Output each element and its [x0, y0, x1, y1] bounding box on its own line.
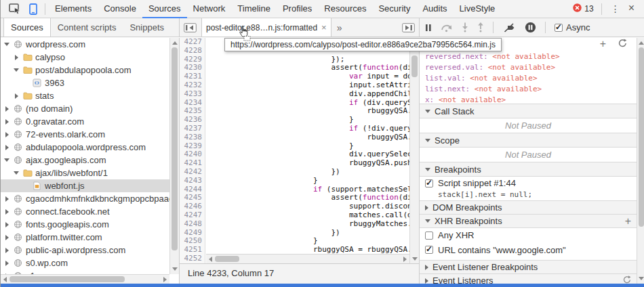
watch-item[interactable]: list.val: <not available> [425, 73, 637, 84]
tab-console[interactable]: Console [98, 0, 142, 18]
breakpoint-code[interactable]: stack[i].next = null; [420, 190, 637, 201]
line-number[interactable]: 4247 [180, 211, 205, 220]
code-line[interactable]: input.setAttribute [205, 81, 419, 90]
line-number[interactable]: 4243 [180, 177, 205, 185]
watch-item[interactable]: list.next: <not available> [425, 84, 637, 95]
section-call-stack[interactable]: Call Stack [420, 104, 637, 118]
expander-right-icon[interactable] [3, 145, 10, 150]
hide-navigator-icon[interactable] [182, 19, 198, 37]
line-number[interactable]: 4248 [180, 220, 205, 229]
code-lines[interactable]: }); assert(function(div) { var input = d… [205, 38, 419, 263]
xhr-url-checkbox[interactable] [425, 246, 433, 254]
code-line[interactable]: } [205, 177, 419, 185]
line-number[interactable]: 4252 [180, 255, 205, 263]
hide-debugger-sidebar-icon[interactable] [401, 19, 416, 37]
pause-on-exceptions-icon[interactable] [525, 22, 536, 33]
tab-audits[interactable]: Audits [416, 0, 453, 18]
section-event-listeners[interactable]: Event Listeners [420, 273, 637, 284]
tab-livestyle[interactable]: LiveStyle [454, 0, 502, 18]
inspect-element-icon[interactable] [5, 0, 25, 18]
async-checkbox[interactable] [555, 24, 563, 32]
code-line[interactable]: rbuggyQSA = rbuggyQSA.l [205, 246, 419, 255]
code-line[interactable]: if (!div.querySel [205, 125, 419, 133]
tree-item[interactable]: ajax/libs/webfont/1 [1, 167, 169, 179]
subtab-sources[interactable]: Sources [3, 18, 51, 37]
add-watch-icon[interactable]: + [600, 39, 606, 49]
tab-sources[interactable]: Sources [142, 0, 187, 18]
section-breakpoints[interactable]: Breakpoints [420, 162, 637, 177]
expander-right-icon[interactable] [3, 209, 10, 215]
code-line[interactable]: div.appendChild(in [205, 90, 419, 99]
menu-kebab-icon[interactable]: ⋮ [605, 3, 626, 14]
tree-item[interactable]: wordpress.com [1, 38, 169, 51]
close-devtools-icon[interactable]: × [626, 2, 640, 16]
line-number[interactable]: 4251 [180, 246, 205, 255]
tree-item[interactable]: fonts.googleapis.com [1, 218, 169, 231]
subtab-snippets[interactable]: Snippets [123, 18, 171, 37]
tab-timeline[interactable]: Timeline [231, 0, 277, 18]
xhr-any-checkbox[interactable] [425, 231, 433, 240]
tree-item[interactable]: cgaocdmhkmfnkdkbnckgmpopcbpaaej [1, 192, 169, 205]
tab-resources[interactable]: Resources [318, 0, 372, 18]
navigator-vscrollbar[interactable] [169, 38, 179, 274]
code-line[interactable]: matches.call(div [205, 211, 419, 220]
line-number[interactable]: 4228 [180, 47, 205, 56]
section-event-listener-breakpoints[interactable]: Event Listener Breakpoints [420, 260, 637, 274]
tree-item[interactable]: calypso [1, 51, 169, 64]
tab-profiles[interactable]: Profiles [277, 0, 318, 18]
pause-script-icon[interactable] [425, 24, 432, 32]
expander-right-icon[interactable] [3, 132, 10, 137]
line-number[interactable]: 4237 [180, 125, 205, 133]
add-xhr-breakpoint-icon[interactable]: + [625, 217, 631, 226]
tree-item[interactable]: public-api.wordpress.com [1, 244, 169, 257]
refresh-watch-icon[interactable] [618, 38, 627, 50]
device-mode-icon[interactable] [25, 0, 41, 18]
code-line[interactable]: rbuggyMatches.pu [205, 220, 419, 229]
tree-item[interactable]: (no domain) [1, 102, 169, 115]
tab-security[interactable]: Security [372, 0, 416, 18]
line-number[interactable]: 4242 [180, 168, 205, 177]
line-number[interactable]: 4232 [180, 81, 205, 90]
expander-right-icon[interactable] [3, 196, 10, 202]
expander-down-icon[interactable] [13, 68, 20, 72]
code-line[interactable]: rbuggyQSA.push [205, 133, 419, 142]
tree-item[interactable]: webfont.js [1, 179, 169, 192]
watch-item[interactable]: reversed.val: <not available> [425, 62, 637, 73]
error-badge[interactable]: 13 [569, 3, 597, 14]
expander-right-icon[interactable] [3, 106, 10, 112]
section-xhr-breakpoints[interactable]: XHR Breakpoints + [420, 214, 637, 228]
line-number[interactable]: 4233 [180, 90, 205, 99]
xhr-breakpoint-any[interactable]: Any XHR [420, 228, 637, 242]
breakpoint-checkbox[interactable] [425, 179, 433, 187]
watch-item[interactable]: reversed.next: <not available> [425, 51, 637, 62]
tree-item[interactable]: ajax.googleapis.com [1, 154, 169, 167]
section-dom-breakpoints[interactable]: DOM Breakpoints [420, 200, 637, 215]
editor-hscrollbar[interactable] [206, 254, 409, 263]
expander-right-icon[interactable] [3, 235, 10, 240]
expander-down-icon[interactable] [3, 158, 10, 162]
tab-network[interactable]: Network [187, 0, 232, 18]
step-out-icon[interactable] [477, 22, 484, 32]
expander-right-icon[interactable] [3, 222, 10, 227]
editor-vscrollbar[interactable] [409, 38, 419, 263]
line-number[interactable]: 4227 [180, 38, 205, 47]
tree-item[interactable]: 72-events.olark.com [1, 128, 169, 141]
deactivate-breakpoints-icon[interactable] [502, 23, 516, 32]
expander-right-icon[interactable] [13, 93, 20, 99]
expander-down-icon[interactable] [3, 43, 10, 46]
tree-item[interactable]: stats [1, 89, 169, 102]
expander-right-icon[interactable] [13, 55, 20, 60]
tree-item[interactable]: platform.twitter.com [1, 231, 169, 244]
expander-right-icon[interactable] [3, 261, 10, 266]
line-number[interactable]: 4238 [180, 133, 205, 142]
tree-item[interactable]: 3963 [1, 76, 169, 89]
tree-item[interactable]: s0.wp.com [1, 257, 169, 269]
tree-item[interactable]: s1.wp.com [1, 269, 169, 274]
tree-item[interactable]: connect.facebook.net [1, 205, 169, 218]
more-tabs-icon[interactable]: » [331, 22, 348, 33]
async-toggle[interactable]: Async [555, 22, 590, 32]
refresh-listeners-icon[interactable] [623, 275, 631, 284]
file-tab[interactable]: post-editor.e88…n.js:formatted × [201, 18, 331, 37]
code-line[interactable]: }) [205, 168, 419, 177]
code-area[interactable]: 4227422842294230423142324233423442354236… [180, 38, 419, 263]
